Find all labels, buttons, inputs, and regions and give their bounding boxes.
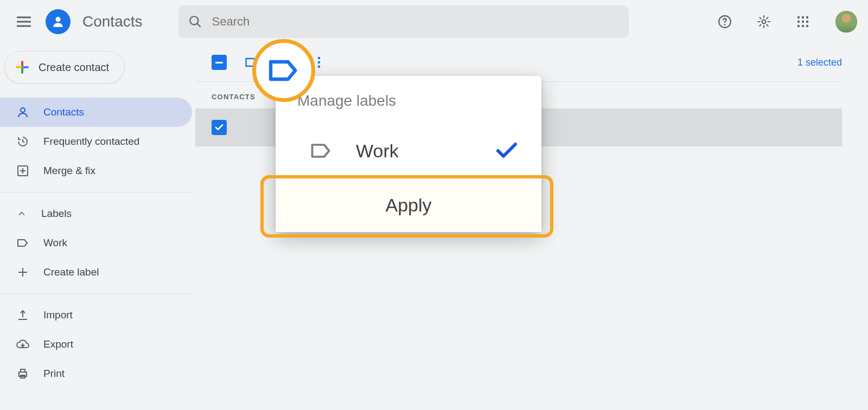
person-outline-icon [16,106,29,119]
svg-point-0 [55,17,60,22]
sidebar-item-merge-fix[interactable]: Merge & fix [0,156,192,185]
sidebar-label-work[interactable]: Work [0,228,192,258]
history-icon [16,135,29,148]
svg-point-22 [318,66,321,68]
dropdown-title: Manage labels [276,76,541,124]
sidebar-export[interactable]: Export [0,330,192,359]
label-outline-icon [309,139,333,163]
sidebar-label-text: Work [43,237,67,249]
sidebar-import[interactable]: Import [0,300,192,330]
sidebar-item-label: Contacts [43,106,84,118]
svg-point-6 [802,16,804,18]
labels-header-text: Labels [41,208,72,220]
svg-point-14 [21,108,25,112]
svg-point-21 [318,61,321,64]
sparkle-box-icon [16,164,29,177]
sidebar-export-label: Export [43,338,73,350]
check-icon [494,138,520,164]
search-input[interactable] [212,15,619,29]
svg-point-12 [802,25,804,27]
dropdown-label-text: Work [356,140,471,162]
create-contact-label: Create contact [39,61,109,74]
print-icon [16,367,29,380]
help-button[interactable] [712,9,738,35]
apps-grid-icon [797,16,809,28]
selected-count: 1 selected [797,57,842,68]
sidebar-labels-header[interactable]: Labels [0,199,192,228]
svg-point-3 [724,24,726,25]
check-icon [214,123,224,132]
main-menu-button[interactable] [11,9,37,35]
settings-button[interactable] [751,9,777,35]
search-icon [188,15,202,29]
label-outline-icon [16,236,29,249]
manage-labels-dropdown: Manage labels Work Apply [276,76,541,232]
svg-point-10 [806,21,808,23]
more-vert-icon [317,56,321,69]
gear-icon [757,15,771,29]
apps-button[interactable] [790,9,816,35]
sidebar: Create contact Contacts Frequently conta… [0,43,195,410]
app-logo-icon [46,9,71,34]
account-avatar[interactable] [835,11,857,33]
create-contact-button[interactable]: Create contact [4,51,125,84]
svg-point-7 [806,16,808,18]
svg-point-13 [806,25,808,27]
svg-point-9 [802,21,804,23]
svg-point-4 [762,20,766,24]
svg-rect-17 [21,369,25,372]
tutorial-highlight-circle [252,39,315,102]
chevron-up-icon [16,208,27,219]
plus-icon [16,266,29,279]
person-icon [51,15,65,29]
label-outline-icon [266,53,301,88]
select-all-checkbox[interactable] [212,55,227,70]
sidebar-create-label[interactable]: Create label [0,258,192,287]
help-icon [718,15,732,29]
sidebar-item-contacts[interactable]: Contacts [0,98,192,127]
sidebar-item-label: Merge & fix [43,165,95,177]
plus-multicolor-icon [15,60,30,75]
contact-row-checkbox[interactable] [212,120,227,135]
sidebar-print[interactable]: Print [0,359,192,388]
sidebar-item-label: Frequently contacted [43,136,139,148]
app-title: Contacts [82,13,143,30]
svg-point-11 [797,25,800,27]
sidebar-create-label-text: Create label [43,266,99,278]
search-bar[interactable] [178,5,629,38]
cloud-download-icon [16,338,29,351]
sidebar-print-label: Print [43,368,65,380]
svg-point-8 [797,21,800,23]
upload-icon [16,309,29,322]
app-header: Contacts [0,0,868,43]
dropdown-label-item[interactable]: Work [276,124,541,178]
sidebar-item-frequent[interactable]: Frequently contacted [0,127,192,156]
hamburger-icon [17,16,31,27]
svg-point-1 [190,16,198,24]
svg-point-5 [797,16,800,18]
sidebar-import-label: Import [43,309,73,321]
dropdown-apply-button[interactable]: Apply [276,178,541,232]
svg-point-20 [318,57,321,60]
